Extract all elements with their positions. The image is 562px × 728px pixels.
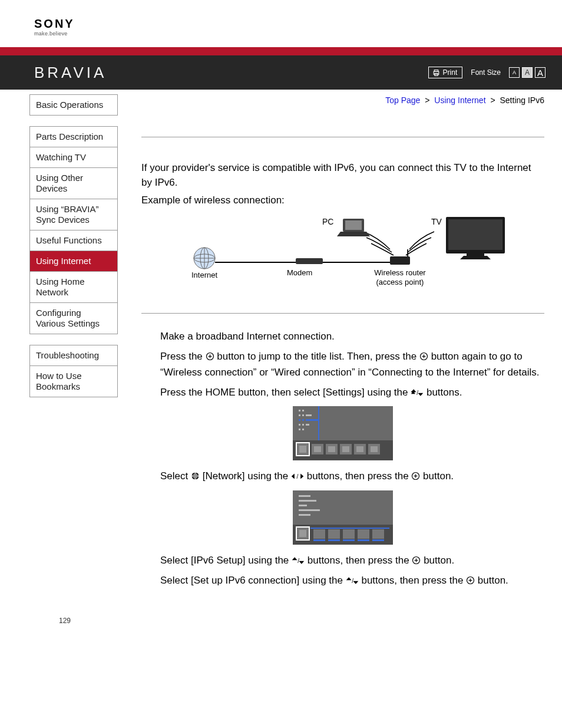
breadcrumb-mid[interactable]: Using Internet [434,95,485,105]
svg-rect-36 [299,429,300,430]
sidebar-item-bookmarks[interactable]: How to Use Bookmarks [29,365,118,397]
svg-text:/: / [297,557,299,564]
up-down-arrows-icon: / [346,577,359,585]
svg-rect-44 [328,446,335,452]
svg-rect-11 [345,220,362,230]
brand-logo: SONY [34,18,562,29]
svg-rect-70 [299,530,306,537]
svg-rect-72 [313,539,325,541]
up-down-arrows-icon: / [292,556,305,565]
svg-rect-79 [372,529,384,539]
product-bar: BRAVIA Print Font Size A A A [0,55,562,90]
product-name: BRAVIA [34,64,107,82]
sidebar-item-settings[interactable]: Configuring Various Settings [29,302,118,334]
svg-rect-65 [299,509,320,511]
print-label: Print [443,68,458,77]
globe-icon [191,472,200,480]
diagram-modem-label: Modem [287,268,312,277]
sidebar-item-using-internet[interactable]: Using Internet [29,251,118,271]
svg-rect-50 [371,446,378,452]
step-1b: Press the button to jump to the title li… [160,349,544,380]
svg-rect-23 [293,406,393,440]
divider [141,313,544,314]
svg-rect-7 [296,258,323,264]
svg-rect-71 [313,529,325,539]
diagram-router-label: Wireless router [374,268,426,277]
svg-rect-28 [302,414,304,416]
breadcrumb-top[interactable]: Top Page [385,95,420,105]
sidebar-item-useful-functions[interactable]: Useful Functions [29,230,118,251]
logo-area: SONY make.believe [0,0,562,47]
svg-rect-31 [302,419,304,421]
svg-rect-46 [342,446,349,452]
step-4: Select [IPv6 Setup] using the / buttons,… [160,553,544,568]
plus-circle-icon [419,352,428,361]
step-5: Select [Set up IPv6 connection] using th… [160,573,544,588]
svg-rect-63 [299,500,316,502]
svg-rect-25 [299,410,300,411]
svg-rect-32 [306,419,319,421]
sidebar-item-bravia-sync[interactable]: Using “BRAVIA” Sync Devices [29,199,118,230]
plus-circle-icon [412,556,421,565]
step-1: Make a broadband Internet connection. [160,329,544,344]
svg-rect-37 [302,429,304,430]
sidebar-item-troubleshooting[interactable]: Troubleshooting [29,345,118,365]
font-size-large[interactable]: A [535,67,546,78]
intro-text-2: Example of wireless connection: [141,193,544,208]
print-icon [432,69,440,77]
svg-rect-48 [356,446,363,452]
settings-thumbnail [141,406,544,460]
up-down-arrows-icon: / [411,388,424,397]
accent-stripe [0,47,562,55]
svg-text:/: / [352,578,353,584]
sidebar-item-parts-description[interactable]: Parts Description [29,126,118,147]
main-content: Top Page > Using Internet > Setting IPv6… [118,90,562,593]
left-right-arrows-icon: / [291,472,304,480]
diagram-pc-label: PC [322,217,333,226]
svg-rect-73 [328,529,340,539]
print-button[interactable]: Print [428,67,463,78]
sidebar-item-using-other-devices[interactable]: Using Other Devices [29,167,118,199]
svg-rect-33 [299,424,300,426]
svg-rect-27 [299,414,300,416]
svg-rect-8 [390,256,410,265]
page-number: 129 [0,617,562,625]
breadcrumb: Top Page > Using Internet > Setting IPv6 [141,90,544,107]
svg-rect-64 [299,505,307,506]
svg-rect-66 [299,514,310,516]
svg-text:/: / [296,473,298,480]
connection-diagram: Internet Modem Wireless router (access p… [141,214,544,297]
svg-text:/: / [417,390,419,396]
sidebar-item-home-network[interactable]: Using Home Network [29,271,118,302]
svg-rect-74 [328,539,340,541]
font-size-small[interactable]: A [509,67,520,78]
plus-circle-icon [206,352,214,361]
diagram-tv-label: TV [431,217,442,226]
svg-rect-35 [306,424,309,426]
step-2: Press the HOME button, then select [Sett… [160,385,544,400]
sidebar-item-watching-tv[interactable]: Watching TV [29,147,118,167]
plus-circle-icon [466,576,475,585]
svg-rect-29 [306,414,312,416]
svg-rect-14 [467,253,484,256]
svg-rect-75 [343,529,355,539]
svg-rect-34 [302,424,304,426]
plus-circle-icon [411,472,420,480]
intro-text-1: If your provider's service is compatible… [141,161,544,190]
font-size-medium[interactable]: A [522,67,533,78]
sidebar-item-basic-operations[interactable]: Basic Operations [29,94,118,116]
breadcrumb-current: Setting IPv6 [500,95,545,105]
svg-rect-80 [372,539,384,541]
svg-rect-13 [448,219,503,250]
svg-rect-42 [314,446,321,452]
svg-rect-62 [299,495,310,497]
svg-rect-26 [302,410,304,411]
svg-rect-76 [343,539,355,541]
brand-tagline: make.believe [34,31,562,37]
divider [141,137,544,137]
font-size-label: Font Size [471,68,501,77]
svg-rect-78 [358,539,369,541]
network-thumbnail [141,490,544,545]
diagram-ap-label: (access point) [376,278,424,286]
svg-rect-30 [299,419,300,421]
